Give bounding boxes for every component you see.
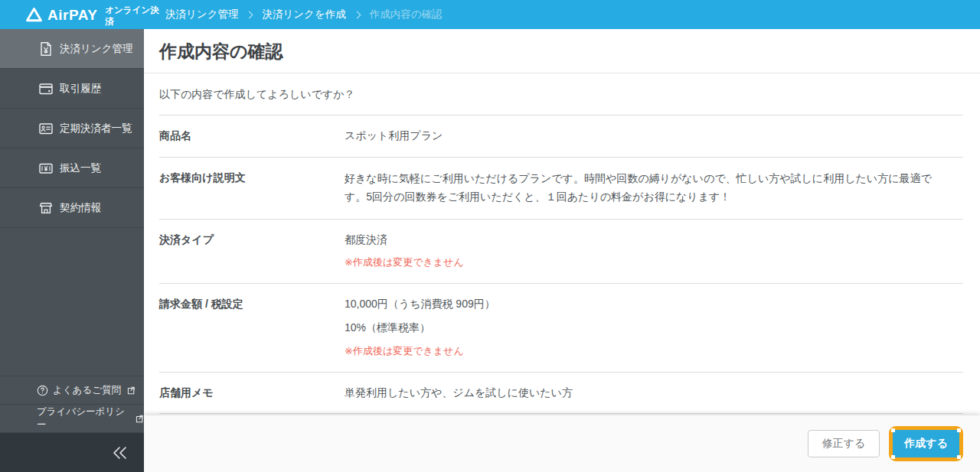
- selection-handle: [957, 455, 961, 459]
- airpay-triangle-icon: [25, 6, 47, 24]
- sidebar-link-label: プライバシーポリシー: [37, 405, 129, 431]
- chevron-right-icon: [353, 11, 361, 18]
- breadcrumb-confirm-contents: 作成内容の確認: [370, 8, 443, 21]
- selection-handle: [891, 455, 895, 459]
- sidebar-item-label: 取引履歴: [60, 82, 101, 96]
- chevron-right-icon: [246, 11, 253, 18]
- confirmation-table: 商品名 スポット利用プラン お客様向け説明文 好きな時に気軽にご利用いただけるプ…: [159, 115, 963, 455]
- credit-card-icon: [38, 80, 54, 97]
- fix-button[interactable]: 修正する: [808, 430, 880, 457]
- sidebar-footer: [0, 432, 144, 472]
- external-link-icon: [126, 386, 136, 396]
- row-label: 店舗用メモ: [159, 384, 345, 401]
- yen-transfer-icon: [38, 160, 54, 177]
- question-circle-icon: [37, 385, 48, 396]
- row-product-name: 商品名 スポット利用プラン: [159, 115, 963, 156]
- row-value: 10,000円（うち消費税 909円） 10%（標準税率） ※作成後は変更できま…: [345, 295, 495, 360]
- sidebar-item-label: 定期決済者一覧: [60, 122, 132, 135]
- immutable-note: ※作成後は変更できません: [345, 255, 464, 271]
- yen-document-icon: [38, 41, 54, 57]
- app-header: AirPAY オンライン決済 決済リンク管理 決済リンクを作成 作成内容の確認: [0, 0, 980, 29]
- sidebar-item-payment-link-management[interactable]: 決済リンク管理: [0, 29, 144, 69]
- sidebar: 決済リンク管理 取引履歴 定期決済者一覧: [0, 29, 144, 472]
- storefront-icon: [38, 200, 54, 216]
- sidebar-item-recurring-payers-list[interactable]: 定期決済者一覧: [0, 109, 144, 148]
- collapse-sidebar-icon[interactable]: [110, 444, 130, 461]
- sidebar-item-label: 決済リンク管理: [60, 42, 132, 56]
- sidebar-link-faq[interactable]: よくあるご質問: [0, 376, 144, 404]
- airpay-logo[interactable]: AirPAY オンライン決済: [25, 2, 165, 28]
- row-value: 好きな時に気軽にご利用いただけるプランです。時間や回数の縛りがないので、忙しい方…: [345, 169, 948, 207]
- confirmation-question: 以下の内容で作成してよろしいですか？: [144, 73, 980, 115]
- breadcrumb-payment-link-management[interactable]: 決済リンク管理: [165, 8, 238, 21]
- row-payment-type: 決済タイプ 都度決済 ※作成後は変更できません: [159, 219, 963, 283]
- sidebar-link-privacy-policy[interactable]: プライバシーポリシー: [0, 404, 144, 432]
- brand-name: AirPAY: [47, 8, 97, 22]
- sidebar-item-transfer-list[interactable]: 振込一覧: [0, 148, 144, 188]
- row-customer-description: お客様向け説明文 好きな時に気軽にご利用いただけるプランです。時間や回数の縛りが…: [159, 157, 963, 219]
- action-bar: 修正する 作成する: [144, 415, 980, 472]
- create-button[interactable]: 作成する: [893, 430, 959, 457]
- immutable-note: ※作成後は変更できません: [345, 343, 495, 360]
- sidebar-link-label: よくあるご質問: [53, 384, 121, 397]
- row-label: 決済タイプ: [159, 231, 345, 271]
- click-highlight-annotation: 作成する: [889, 426, 963, 461]
- sidebar-spacer: [0, 228, 144, 376]
- row-billing-amount-tax: 請求金額 / 税設定 10,000円（うち消費税 909円） 10%（標準税率）…: [159, 283, 963, 372]
- external-link-icon: [134, 414, 144, 424]
- sidebar-item-contract-info[interactable]: 契約情報: [0, 188, 144, 228]
- main-content: 作成内容の確認 以下の内容で作成してよろしいですか？ 商品名 スポット利用プラン…: [144, 29, 980, 472]
- selection-handle: [957, 428, 961, 432]
- row-value: スポット利用プラン: [345, 127, 443, 144]
- breadcrumb-create-payment-link[interactable]: 決済リンクを作成: [262, 8, 345, 21]
- selection-handle: [891, 428, 895, 432]
- sidebar-item-transaction-history[interactable]: 取引履歴: [0, 69, 144, 109]
- breadcrumb: 決済リンク管理 決済リンクを作成 作成内容の確認: [165, 8, 443, 21]
- row-label: お客様向け説明文: [159, 169, 345, 207]
- row-label: 請求金額 / 税設定: [159, 295, 345, 360]
- row-value: 都度決済 ※作成後は変更できません: [345, 231, 464, 271]
- brand-subtitle: オンライン決済: [105, 2, 165, 28]
- row-store-memo: 店舗用メモ 単発利用したい方や、ジムを試しに使いたい方: [159, 372, 963, 413]
- sidebar-item-label: 振込一覧: [60, 161, 101, 175]
- id-card-icon: [38, 120, 54, 137]
- sidebar-item-label: 契約情報: [60, 201, 101, 215]
- row-value: 単発利用したい方や、ジムを試しに使いたい方: [345, 384, 573, 401]
- page-title: 作成内容の確認: [144, 29, 980, 73]
- row-label: 商品名: [159, 127, 345, 144]
